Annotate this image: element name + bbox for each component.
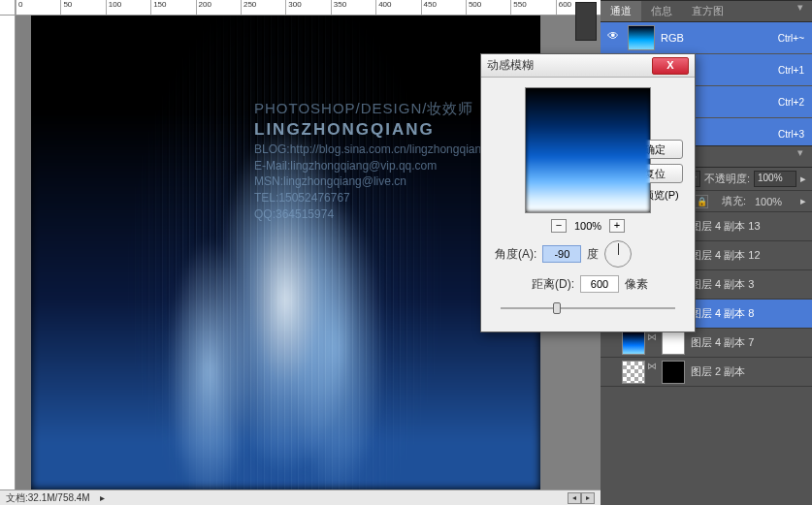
layer-name[interactable]: 图层 2 副本: [691, 364, 745, 379]
angle-field-row: 角度(A): 度: [491, 240, 685, 268]
lock-all-icon[interactable]: 🔒: [695, 195, 708, 208]
collapsed-panel-well[interactable]: [575, 2, 597, 41]
layer-thumb[interactable]: [622, 361, 645, 384]
channel-row-rgb[interactable]: 👁 RGB Ctrl+~: [601, 22, 812, 53]
layer-name[interactable]: 图层 4 副本 13: [691, 219, 761, 234]
vertical-ruler[interactable]: [0, 16, 16, 489]
angle-unit: 度: [587, 246, 599, 263]
slider-thumb[interactable]: [553, 302, 561, 314]
link-icon[interactable]: ⋈: [647, 331, 657, 355]
layer-name[interactable]: 图层 4 副本 12: [691, 248, 761, 263]
close-button[interactable]: X: [652, 57, 689, 75]
dropdown-icon[interactable]: ▸: [800, 195, 806, 207]
motion-blur-dialog[interactable]: 动感模糊 X 确定 复位 预览(P) − 100% + 角度(A): 度 距离(…: [480, 53, 696, 332]
horizontal-scrollbar[interactable]: ◂ ▸: [568, 492, 595, 504]
angle-dial[interactable]: [604, 240, 632, 268]
layer-row[interactable]: ⋈ 图层 2 副本: [601, 358, 812, 387]
angle-input[interactable]: [542, 245, 581, 263]
opacity-value[interactable]: 100%: [754, 171, 796, 187]
zoom-value: 100%: [574, 220, 601, 232]
distance-label: 距离(D):: [532, 276, 574, 293]
horizontal-ruler[interactable]: 050100150200250300350400450500550600: [16, 0, 601, 16]
channel-shortcut: Ctrl+3: [778, 129, 804, 140]
fill-value[interactable]: 100%: [752, 195, 795, 208]
distance-slider[interactable]: [501, 300, 675, 316]
filter-preview[interactable]: [525, 87, 651, 213]
channel-shortcut: Ctrl+~: [778, 33, 804, 44]
document-canvas[interactable]: PHOTOSHOP/DESIGN/妆效师 LINGZHONGQIANG BLOG…: [31, 16, 540, 489]
layer-name[interactable]: 图层 4 副本 7: [691, 335, 754, 350]
layer-row[interactable]: ⋈ 图层 4 副本 7: [601, 329, 812, 358]
angle-label: 角度(A):: [495, 246, 536, 263]
dropdown-icon[interactable]: ▸: [800, 173, 806, 185]
layer-thumb[interactable]: [622, 331, 645, 355]
panel-menu-icon[interactable]: ▾: [789, 146, 812, 167]
layer-name[interactable]: 图层 4 副本 3: [691, 277, 754, 292]
distance-field-row: 距离(D): 像素: [491, 275, 685, 293]
opacity-label: 不透明度:: [704, 172, 750, 186]
zoom-in-button[interactable]: +: [609, 219, 625, 233]
fill-label: 填充:: [722, 194, 746, 208]
layer-name[interactable]: 图层 4 副本 8: [691, 306, 754, 321]
preview-image: [526, 88, 650, 212]
watermark-text: PHOTOSHOP/DESIGN/妆效师 LINGZHONGQIANG BLOG…: [254, 98, 488, 223]
scroll-left-icon[interactable]: ◂: [568, 492, 581, 504]
channel-shortcut: Ctrl+1: [778, 65, 804, 76]
channels-panel-tabs: 通道 信息 直方图 ▾: [601, 1, 812, 22]
dialog-titlebar[interactable]: 动感模糊 X: [481, 54, 695, 78]
ruler-origin[interactable]: [0, 0, 16, 16]
artwork-motion-streaks: [31, 16, 540, 489]
channel-name: RGB: [661, 32, 684, 44]
dialog-title: 动感模糊: [487, 57, 652, 74]
panel-menu-icon[interactable]: ▾: [789, 1, 812, 21]
distance-input[interactable]: [580, 275, 619, 293]
channel-shortcut: Ctrl+2: [778, 97, 804, 108]
zoom-out-button[interactable]: −: [551, 219, 567, 233]
scroll-right-icon[interactable]: ▸: [581, 492, 595, 504]
channel-thumb: [628, 25, 655, 50]
zoom-controls: − 100% +: [491, 219, 685, 233]
distance-unit: 像素: [625, 276, 648, 293]
document-info[interactable]: 文档:32.1M/758.4M: [6, 491, 90, 505]
tab-info[interactable]: 信息: [641, 1, 682, 21]
tab-histogram[interactable]: 直方图: [682, 1, 733, 21]
link-icon[interactable]: ⋈: [647, 361, 657, 384]
dialog-body: 确定 复位 预览(P) − 100% + 角度(A): 度 距离(D): 像素: [481, 78, 695, 331]
mask-thumb[interactable]: [662, 361, 685, 384]
tab-channels[interactable]: 通道: [601, 1, 641, 21]
mask-thumb[interactable]: [662, 331, 685, 355]
visibility-eye-icon[interactable]: 👁: [604, 29, 622, 47]
slider-track: [501, 307, 675, 309]
status-bar: 文档:32.1M/758.4M ▸ ◂ ▸: [0, 489, 601, 505]
